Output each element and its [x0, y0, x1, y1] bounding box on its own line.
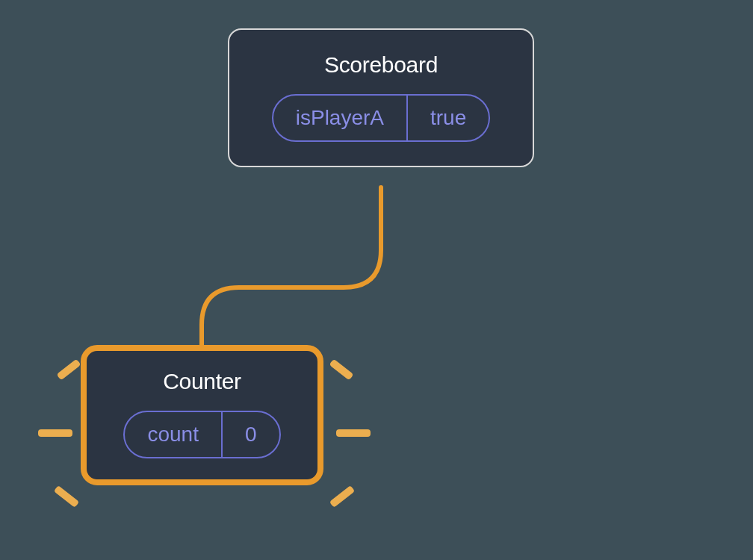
state-pill-counter: count 0 — [123, 411, 280, 458]
connector-line — [194, 183, 388, 355]
node-title-scoreboard: Scoreboard — [324, 52, 438, 78]
node-title-counter: Counter — [163, 369, 241, 394]
state-key: isPlayerA — [273, 96, 406, 140]
state-key: count — [125, 412, 221, 457]
state-value: 0 — [223, 412, 279, 457]
sparkle-left — [34, 358, 86, 508]
sparkle-right — [321, 358, 381, 508]
state-pill-scoreboard: isPlayerA true — [272, 94, 491, 142]
state-value: true — [408, 96, 489, 140]
node-scoreboard: Scoreboard isPlayerA true — [228, 28, 534, 167]
node-counter: Counter count 0 — [81, 345, 323, 485]
